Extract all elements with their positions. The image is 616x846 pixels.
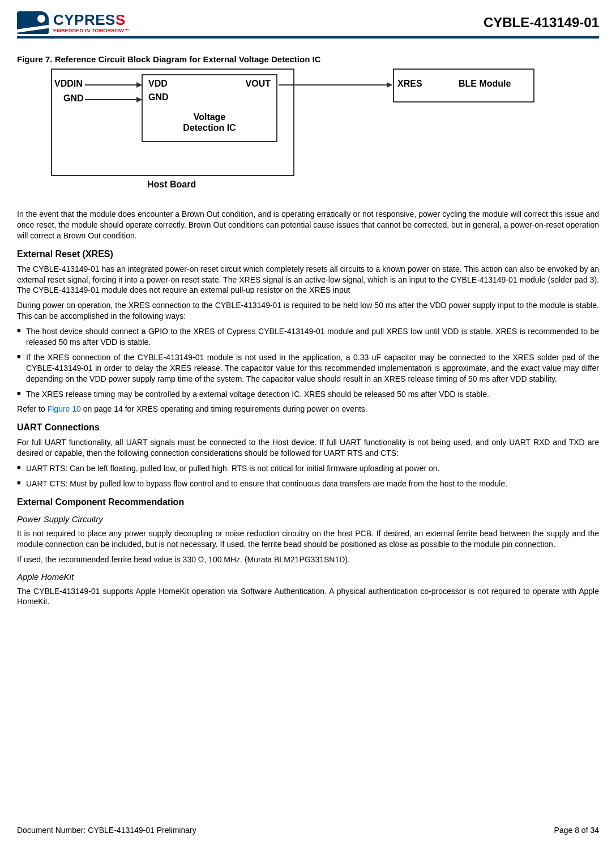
- para-xres-ref: Refer to Figure 10 on page 14 for XRES o…: [17, 404, 599, 415]
- arrow-vout-xres: [279, 84, 392, 86]
- heading-ext-comp: External Component Recommendation: [17, 497, 599, 507]
- page-footer: Document Number: CYBLE-413149-01 Prelimi…: [17, 826, 599, 835]
- label-vout: VOUT: [246, 79, 271, 89]
- para-uart: For full UART functionality, all UART si…: [17, 437, 599, 459]
- para-psc-2: If used, the recommended ferrite bead va…: [17, 554, 599, 565]
- page-number: Page 8 of 34: [554, 826, 599, 835]
- bullet-uart-rts: UART RTS: Can be left floating, pulled l…: [17, 463, 599, 474]
- label-xres: XRES: [397, 79, 422, 89]
- bullet-uart-cts: UART CTS: Must by pulled low to bypass f…: [17, 478, 599, 489]
- heading-psc: Power Supply Circuitry: [17, 514, 599, 524]
- xres-bullet-list: The host device should connect a GPIO to…: [17, 326, 599, 399]
- figure-caption: Figure 7. Reference Circuit Block Diagra…: [17, 54, 599, 64]
- label-vdic-1: Voltage: [143, 112, 276, 122]
- page-header: CYPRESS EMBEDDED IN TOMORROW™ CYBLE-4131…: [17, 11, 599, 34]
- label-vdd: VDD: [148, 79, 168, 89]
- bullet-xres-1: The host device should connect a GPIO to…: [17, 326, 599, 348]
- doc-number: Document Number: CYBLE-413149-01 Prelimi…: [17, 826, 196, 835]
- logo-name-pre: CYPRES: [53, 11, 116, 28]
- label-ble-module: BLE Module: [459, 79, 511, 89]
- bullet-xres-2: If the XRES connection of the CYBLE-4131…: [17, 352, 599, 384]
- label-vddin: VDDIN: [54, 79, 83, 89]
- bullet-xres-3: The XRES release timing may be controlle…: [17, 389, 599, 400]
- para-psc-1: It is not required to place any power su…: [17, 528, 599, 550]
- ref-post: on page 14 for XRES operating and timing…: [81, 404, 367, 413]
- logo-tagline: EMBEDDED IN TOMORROW™: [53, 28, 129, 33]
- logo-name: CYPRESS: [53, 12, 129, 27]
- logo-name-accent: S: [116, 11, 126, 28]
- uart-bullet-list: UART RTS: Can be left floating, pulled l…: [17, 463, 599, 489]
- block-diagram: VDDIN GND VDD VOUT GND Voltage Detection…: [51, 69, 538, 193]
- label-host-board: Host Board: [147, 180, 196, 190]
- heading-xres: External Reset (XRES): [17, 249, 599, 259]
- para-xres-2: During power on operation, the XRES conn…: [17, 300, 599, 322]
- para-brownout: In the event that the module does encoun…: [17, 209, 599, 241]
- heading-uart: UART Connections: [17, 422, 599, 433]
- cypress-logo: CYPRESS EMBEDDED IN TOMORROW™: [17, 11, 129, 34]
- arrow-vddin: [85, 84, 142, 86]
- label-vdic-2: Detection IC: [143, 122, 276, 133]
- para-xres-1: The CYBLE-413149-01 has an integrated po…: [17, 264, 599, 296]
- header-rule: [17, 36, 599, 39]
- arrow-gnd: [85, 99, 142, 100]
- label-gnd-left: GND: [63, 93, 84, 104]
- part-number-title: CYBLE-413149-01: [484, 15, 599, 31]
- heading-homekit: Apple HomeKit: [17, 572, 599, 582]
- ref-pre: Refer to: [17, 404, 48, 413]
- label-gnd-mid: GND: [148, 92, 169, 102]
- voltage-detection-ic-box: VDD VOUT GND Voltage Detection IC: [142, 74, 277, 142]
- link-figure-10[interactable]: Figure 10: [48, 404, 81, 413]
- cypress-logo-icon: [17, 11, 49, 34]
- para-homekit: The CYBLE-413149-01 supports Apple HomeK…: [17, 586, 599, 608]
